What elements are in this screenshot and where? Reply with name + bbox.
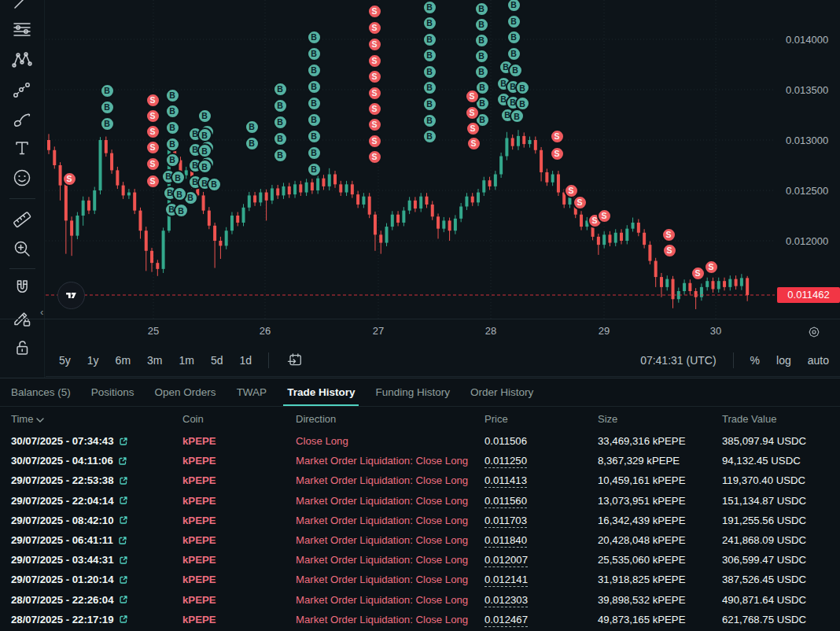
forecast-icon[interactable] [11, 79, 33, 101]
trade-value: 119,370.40 USDC [722, 474, 840, 486]
external-link-icon[interactable] [119, 476, 128, 485]
trade-value: 151,134.87 USDC [722, 495, 840, 507]
text-tool-icon[interactable] [11, 137, 33, 159]
external-link-icon[interactable] [119, 437, 128, 446]
buy-marker-circle: B [507, 14, 521, 29]
trade-coin[interactable]: kPEPE [182, 594, 296, 606]
buy-marker-circle: B [165, 88, 180, 103]
trade-time-text: 30/07/2025 - 07:34:43 [11, 435, 114, 447]
timezone-clock[interactable]: 07:41:31 (UTC) [640, 354, 716, 367]
buy-marker-circle: B [197, 127, 212, 142]
price-chart[interactable]: SBBBSSSSSSBBBBBBBBBBBBBBBBBBBBBBBBBBBBBB… [46, 0, 775, 319]
xabcd-pattern-icon[interactable] [11, 49, 33, 71]
day-axis-label: 28 [485, 325, 496, 337]
trade-coin[interactable]: kPEPE [182, 495, 296, 507]
external-link-icon[interactable] [118, 536, 127, 545]
trade-coin[interactable]: kPEPE [182, 435, 296, 447]
range-button-1d[interactable]: 1d [240, 354, 252, 367]
magnet-icon[interactable] [11, 278, 33, 300]
buy-marker-circle: B [307, 46, 322, 61]
buy-marker-circle: B [197, 109, 212, 124]
range-button-1y[interactable]: 1y [87, 354, 99, 367]
trade-coin[interactable]: kPEPE [182, 455, 296, 467]
external-link-icon[interactable] [119, 555, 128, 565]
tab-order-history[interactable]: Order History [470, 386, 533, 398]
buy-marker-circle: B [100, 116, 115, 131]
trade-price-value[interactable]: 0.011250 [484, 455, 527, 468]
trend-line-icon[interactable] [11, 0, 33, 13]
external-link-icon[interactable] [119, 515, 128, 525]
trade-price-value[interactable]: 0.011560 [484, 495, 527, 508]
tab-trade-history[interactable]: Trade History [287, 386, 355, 398]
external-link-icon[interactable] [118, 456, 127, 466]
buy-marker-circle: B [273, 148, 288, 163]
auto-scale-button[interactable]: auto [808, 354, 829, 367]
buy-marker-circle: B [273, 131, 288, 146]
external-link-icon[interactable] [119, 575, 128, 585]
ruler-icon[interactable] [11, 208, 33, 231]
buy-marker-circle: B [507, 46, 521, 61]
buy-marker-circle: B [422, 65, 437, 79]
trade-price-value: 0.011506 [484, 435, 527, 447]
trade-price: 0.011506 [484, 435, 598, 447]
range-button-5d[interactable]: 5d [211, 354, 223, 367]
range-button-1m[interactable]: 1m [179, 354, 194, 367]
chart-section: SBBBSSSSSSBBBBBBBBBBBBBBBBBBBBBBBBBBBBBB… [0, 0, 840, 378]
trade-time-text: 29/07/2025 - 22:53:38 [11, 474, 114, 486]
trade-price-value[interactable]: 0.012007 [484, 554, 528, 567]
buy-marker-circle: B [307, 96, 322, 111]
buy-marker-circle: B [100, 100, 115, 115]
gear-icon[interactable] [805, 323, 823, 341]
sell-marker-circle: S [146, 93, 160, 108]
range-button-3m[interactable]: 3m [147, 354, 162, 367]
toolbar-collapse-chevron[interactable]: ‹ [40, 307, 43, 317]
tradingview-logo[interactable] [57, 282, 85, 309]
external-link-icon[interactable] [119, 496, 128, 505]
trade-value: 191,255.56 USDC [722, 515, 840, 526]
range-button-5y[interactable]: 5y [59, 354, 71, 367]
trade-price-value[interactable]: 0.011840 [484, 534, 527, 548]
buy-marker-circle: B [245, 120, 260, 135]
sell-marker-circle: S [662, 243, 677, 258]
trade-coin[interactable]: kPEPE [182, 614, 296, 625]
tab-funding-history[interactable]: Funding History [375, 386, 450, 398]
tab-balances-5[interactable]: Balances (5) [11, 386, 71, 398]
trade-price-value[interactable]: 0.011703 [484, 515, 527, 528]
trade-price-value[interactable]: 0.012141 [484, 574, 528, 587]
tab-open-orders[interactable]: Open Orders [155, 386, 216, 398]
sell-marker-circle: S [146, 174, 160, 189]
trade-price-value[interactable]: 0.012303 [484, 594, 528, 607]
trade-coin[interactable]: kPEPE [182, 515, 296, 526]
range-button-6m[interactable]: 6m [116, 354, 131, 367]
zoom-in-icon[interactable] [11, 238, 33, 260]
column-header-time[interactable]: Time [11, 413, 182, 425]
tab-positions[interactable]: Positions [91, 386, 134, 398]
trade-price-value[interactable]: 0.011413 [484, 474, 527, 488]
fib-retracement-icon[interactable] [11, 19, 33, 41]
trade-price-value[interactable]: 0.012467 [484, 614, 528, 627]
buy-marker-circle: B [474, 33, 489, 48]
range-buttons: 5y1y6m3m1m5d1d [59, 351, 304, 370]
percent-scale-button[interactable]: % [750, 354, 760, 367]
unlock-icon[interactable] [11, 337, 33, 359]
trade-direction: Market Order Liquidation: Close Long [296, 455, 484, 467]
trade-time-text: 29/07/2025 - 08:42:10 [11, 515, 114, 526]
day-axis-label: 25 [148, 325, 159, 337]
table-row: 28/07/2025 - 22:26:04kPEPEMarket Order L… [0, 590, 840, 610]
external-link-icon[interactable] [119, 595, 128, 604]
trade-value: 385,097.94 USDC [722, 435, 840, 447]
external-link-icon[interactable] [119, 614, 128, 624]
calendar-icon[interactable] [286, 351, 304, 370]
price-axis[interactable]: 0.0140000.0135000.0130000.0125000.012000 [775, 0, 840, 319]
trade-coin[interactable]: kPEPE [182, 574, 296, 585]
log-scale-button[interactable]: log [776, 354, 791, 367]
trade-coin[interactable]: kPEPE [182, 554, 296, 566]
time-axis[interactable]: 252627282930 [46, 319, 840, 344]
trade-coin[interactable]: kPEPE [182, 474, 296, 486]
buy-marker-circle: B [422, 80, 437, 95]
trade-coin[interactable]: kPEPE [182, 534, 296, 546]
emoji-icon[interactable] [11, 167, 33, 189]
lock-drawings-icon[interactable] [11, 307, 33, 329]
tab-twap[interactable]: TWAP [237, 386, 267, 398]
brush-icon[interactable] [11, 108, 33, 130]
